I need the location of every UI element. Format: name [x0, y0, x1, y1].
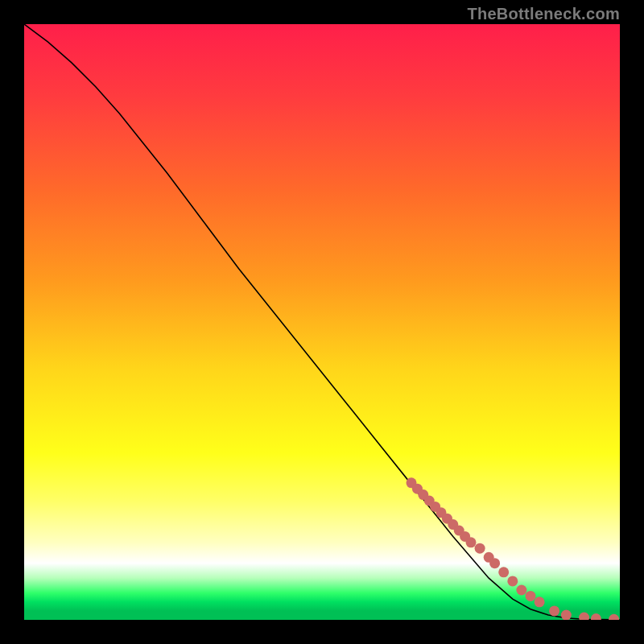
bottleneck-chart	[24, 24, 620, 620]
chart-frame: { "watermark": "TheBottleneck.com", "col…	[0, 0, 644, 644]
data-dot	[516, 585, 526, 596]
data-dot	[549, 605, 559, 616]
data-dot	[466, 537, 477, 547]
data-dot	[526, 591, 536, 601]
watermark-text: TheBottleneck.com	[467, 5, 620, 23]
data-dot	[498, 567, 509, 577]
data-dot	[475, 543, 485, 554]
data-dot	[535, 597, 545, 607]
data-dot	[507, 576, 518, 586]
data-dot	[561, 610, 572, 620]
gradient-background	[24, 24, 620, 620]
data-dot	[489, 558, 500, 568]
